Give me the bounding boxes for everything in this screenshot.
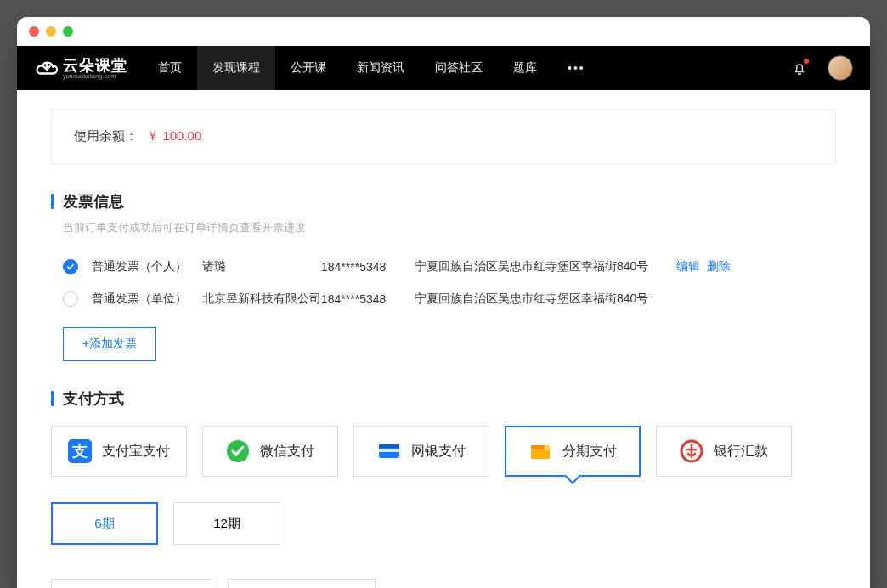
nav-item[interactable]: 首页	[143, 46, 197, 90]
nav-item[interactable]: 新闻资讯	[342, 46, 420, 90]
payment-method-label: 支付宝支付	[102, 443, 170, 461]
transfer-alipay-personal[interactable]: 支付宝个人转账	[51, 579, 212, 588]
invoice-address: 宁夏回族自治区吴忠市红寺堡区幸福街840号	[415, 259, 669, 274]
payment-method-label: 微信支付	[260, 443, 314, 461]
svg-rect-5	[379, 444, 399, 448]
invoice-actions: 编辑删除	[676, 259, 737, 274]
payment-title: 支付方式	[63, 388, 124, 409]
balance-label: 使用余额：	[74, 128, 138, 143]
invoice-type: 普通发票（单位）	[92, 291, 202, 307]
invoice-row: 普通发票（个人）诸璐184****5348宁夏回族自治区吴忠市红寺堡区幸福街84…	[51, 251, 836, 283]
titlebar	[17, 17, 870, 46]
notification-bell-icon[interactable]	[792, 60, 807, 76]
top-nav: 云朵课堂 yunduoketang.com 首页发现课程公开课新闻资讯问答社区题…	[17, 46, 870, 90]
invoice-type: 普通发票（个人）	[92, 259, 202, 274]
payment-method-alipay[interactable]: 支支付宝支付	[51, 426, 187, 477]
payment-method-label: 分期支付	[562, 443, 617, 461]
installment-term[interactable]: 6期	[51, 502, 158, 545]
payment-method-banktransfer[interactable]: 银行汇款	[656, 426, 792, 477]
invoice-phone: 184****5348	[321, 292, 415, 306]
invoice-name: 北京昱新科技有限公司	[202, 291, 321, 307]
balance-amount: ￥ 100.00	[146, 128, 201, 143]
invoice-action-link[interactable]: 编辑	[676, 259, 700, 273]
payment-method-wechat[interactable]: 微信支付	[202, 426, 338, 477]
payment-method-label: 网银支付	[411, 443, 466, 461]
invoice-address: 宁夏回族自治区吴忠市红寺堡区幸福街840号	[415, 291, 669, 307]
invoice-subtitle: 当前订单支付成功后可在订单详情页查看开票进度	[63, 220, 836, 235]
add-invoice-button[interactable]: +添加发票	[63, 327, 156, 361]
invoice-radio[interactable]	[63, 291, 78, 307]
logo-text: 云朵课堂	[63, 58, 127, 73]
nav-item[interactable]: 问答社区	[420, 46, 498, 90]
installment-icon	[528, 439, 552, 463]
invoice-name: 诸璐	[202, 259, 321, 274]
banktransfer-icon	[680, 439, 703, 463]
invoice-radio[interactable]	[63, 259, 78, 274]
transfer-wechat-personal[interactable]: 微信个人转账	[228, 579, 376, 588]
payment-section-head: 支付方式	[51, 388, 836, 409]
notification-dot	[804, 59, 809, 64]
svg-text:支: 支	[71, 443, 88, 460]
payment-method-label: 银行汇款	[714, 443, 768, 461]
alipay-icon: 支	[68, 439, 92, 463]
installment-term[interactable]: 12期	[173, 502, 280, 545]
section-bar	[51, 391, 54, 406]
unionpay-icon	[377, 439, 401, 463]
nav-item[interactable]: 题库	[498, 46, 552, 90]
invoice-phone: 184****5348	[321, 260, 415, 274]
payment-method-installment[interactable]: 分期支付	[505, 426, 641, 477]
nav-more-icon[interactable]: •••	[552, 61, 601, 75]
section-bar	[51, 194, 54, 209]
invoice-action-link[interactable]: 删除	[707, 259, 731, 273]
invoice-row: 普通发票（单位）北京昱新科技有限公司184****5348宁夏回族自治区吴忠市红…	[51, 283, 836, 315]
app-window: 云朵课堂 yunduoketang.com 首页发现课程公开课新闻资讯问答社区题…	[17, 17, 870, 588]
svg-rect-4	[379, 449, 399, 452]
window-close-dot[interactable]	[29, 26, 39, 37]
svg-point-8	[545, 445, 551, 451]
logo-subtext: yunduoketang.com	[63, 73, 127, 79]
main-content: 使用余额： ￥ 100.00 发票信息 当前订单支付成功后可在订单详情页查看开票…	[17, 90, 870, 588]
payment-method-unionpay[interactable]: 网银支付	[353, 426, 489, 477]
nav-item[interactable]: 公开课	[275, 46, 342, 90]
logo[interactable]: 云朵课堂 yunduoketang.com	[34, 57, 127, 79]
wechat-icon	[226, 439, 250, 463]
invoice-title: 发票信息	[63, 191, 124, 212]
window-max-dot[interactable]	[63, 26, 73, 37]
invoice-section-head: 发票信息	[51, 191, 836, 212]
user-avatar[interactable]	[828, 55, 853, 81]
cloud-icon	[34, 57, 59, 79]
balance-box: 使用余额： ￥ 100.00	[51, 109, 836, 164]
nav-item[interactable]: 发现课程	[197, 46, 275, 90]
window-min-dot[interactable]	[46, 26, 56, 37]
